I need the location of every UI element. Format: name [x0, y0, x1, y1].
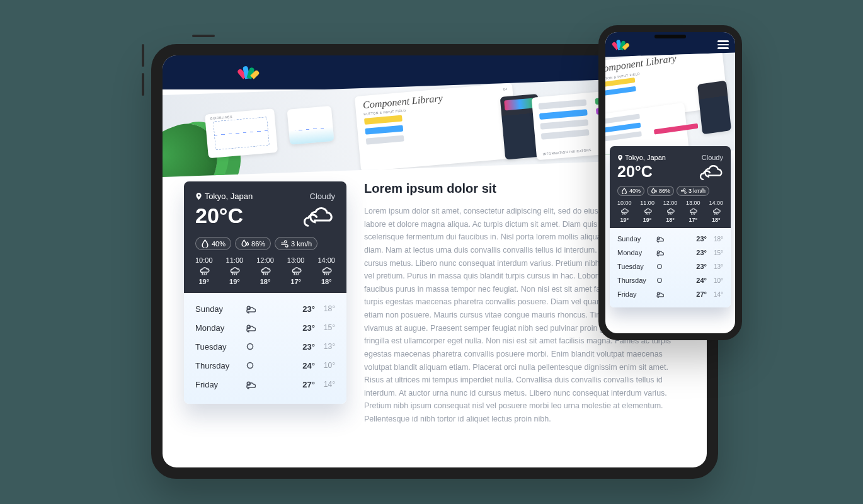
daily-row[interactable]: Tuesday23°13° [617, 260, 723, 273]
hour-slot[interactable]: 12:00 18° [256, 256, 274, 285]
day-low: 15° [707, 249, 723, 256]
weather-condition: Cloudy [702, 154, 723, 161]
day-low: 18° [315, 304, 335, 313]
hero-illustration-label: BUTTON & INPUT FIELD [363, 108, 406, 116]
hamburger-menu-button[interactable] [717, 40, 729, 49]
wind-value: 3 km/h [291, 240, 312, 248]
humidity-chip[interactable]: 86% [647, 186, 674, 196]
rain-chance-value: 40% [629, 188, 641, 194]
hour-time: 13:00 [686, 200, 700, 206]
partly-cloudy-icon [244, 303, 256, 314]
partly-cloudy-icon [244, 379, 256, 390]
day-name: Sunday [195, 304, 244, 314]
hour-slot[interactable]: 14:00 18° [317, 256, 335, 285]
phone-speaker [654, 35, 686, 38]
weather-condition: Cloudy [310, 192, 335, 201]
daily-row[interactable]: Monday 23° 15° [195, 318, 335, 337]
brand-logo[interactable] [239, 66, 258, 79]
daily-forecast: Sunday23°18° Monday23°15° Tuesday23°13° … [610, 228, 731, 307]
daily-row[interactable]: Friday27°14° [617, 287, 723, 301]
partly-cloudy-icon [244, 322, 256, 333]
weather-current-panel: Tokyo, Japan Cloudy 20°C 40% [610, 146, 731, 228]
daily-forecast: Sunday 23° 18° Monday 23° 15° Tuesday [184, 293, 346, 404]
hour-time: 12:00 [663, 200, 678, 206]
hour-temp: 19° [643, 217, 652, 223]
day-name: Monday [195, 323, 244, 333]
day-low: 13° [315, 342, 335, 351]
wind-icon [680, 188, 687, 194]
hour-slot[interactable]: 11:0019° [640, 200, 654, 223]
wind-value: 3 km/h [689, 188, 706, 194]
hour-temp: 17° [290, 278, 301, 285]
day-low: 15° [315, 323, 335, 332]
day-high: 23° [696, 263, 707, 270]
hour-slot[interactable]: 10:00 19° [195, 256, 213, 285]
day-name: Friday [617, 290, 655, 298]
daily-row[interactable]: Sunday 23° 18° [195, 299, 335, 318]
weather-temperature: 20°C [195, 203, 243, 228]
phone-content: Tokyo, Japan Cloudy 20°C 40% [605, 146, 735, 307]
tablet-power-button [192, 35, 215, 37]
day-high: 24° [696, 277, 707, 284]
hour-slot[interactable]: 11:00 19° [226, 256, 244, 285]
humidity-value: 86% [659, 188, 670, 194]
hour-time: 14:00 [317, 256, 335, 264]
rain-cloud-icon [643, 208, 652, 215]
hour-temp: 17° [689, 217, 698, 223]
daily-row[interactable]: Thursday24°10° [617, 273, 723, 287]
weather-current-panel: Tokyo, Japan Cloudy 20°C 40% [184, 181, 346, 293]
rain-chance-value: 40% [212, 240, 226, 248]
hour-slot[interactable]: 13:0017° [686, 200, 700, 223]
hour-slot[interactable]: 14:0018° [709, 200, 723, 223]
humidity-icon [241, 239, 249, 248]
rain-cloud-icon [321, 266, 332, 275]
raindrop-icon [201, 239, 209, 248]
day-high: 23° [696, 249, 707, 256]
weather-location: Tokyo, Japan [625, 154, 666, 161]
rain-cloud-icon [620, 208, 629, 215]
sunny-icon [244, 360, 256, 371]
weather-stats-chips: 40% 86% 3 km/h [195, 237, 335, 250]
day-name: Tuesday [617, 263, 655, 270]
location-pin-icon [617, 154, 623, 161]
day-name: Sunday [617, 235, 655, 243]
brand-logo[interactable] [614, 40, 628, 50]
hour-slot[interactable]: 12:0018° [663, 200, 678, 223]
hour-slot[interactable]: 10:0019° [617, 200, 632, 223]
wind-icon [280, 239, 289, 248]
phone-screen: BUTTON & INPUT FIELD04 Tokyo, Japan Clou… [605, 32, 735, 333]
daily-row[interactable]: Sunday23°18° [617, 232, 723, 246]
partly-cloudy-icon [655, 248, 664, 257]
rain-cloud-icon [689, 208, 697, 215]
weather-location: Tokyo, Japan [205, 192, 253, 201]
day-low: 14° [315, 380, 335, 389]
day-name: Thursday [195, 361, 244, 370]
rain-chance-chip[interactable]: 40% [195, 237, 231, 250]
daily-row[interactable]: Thursday 24° 10° [195, 356, 335, 375]
rain-cloud-icon [229, 266, 240, 275]
hour-slot[interactable]: 13:00 17° [287, 256, 305, 285]
day-low: 14° [707, 291, 723, 298]
weather-widget: Tokyo, Japan Cloudy 20°C 40% [184, 181, 346, 404]
wind-chip[interactable]: 3 km/h [677, 186, 709, 196]
daily-row[interactable]: Monday23°15° [617, 246, 723, 260]
hour-temp: 19° [198, 278, 209, 285]
hour-temp: 18° [321, 278, 332, 285]
location-pin-icon [195, 192, 202, 200]
sunny-icon [655, 276, 664, 285]
day-low: 10° [315, 361, 335, 370]
rain-cloud-icon [290, 266, 302, 275]
partly-cloudy-icon [655, 290, 664, 299]
rain-chance-chip[interactable]: 40% [617, 186, 644, 196]
wind-chip[interactable]: 3 km/h [275, 237, 317, 250]
rain-cloud-icon [712, 208, 721, 215]
day-high: 24° [302, 361, 315, 370]
hour-time: 13:00 [287, 256, 305, 264]
humidity-chip[interactable]: 86% [235, 237, 271, 250]
hour-time: 10:00 [195, 256, 213, 264]
humidity-value: 86% [251, 240, 265, 248]
hamburger-line-icon [717, 47, 729, 49]
rain-cloud-icon [198, 266, 210, 275]
daily-row[interactable]: Tuesday 23° 13° [195, 337, 335, 356]
daily-row[interactable]: Friday 27° 14° [195, 375, 335, 394]
